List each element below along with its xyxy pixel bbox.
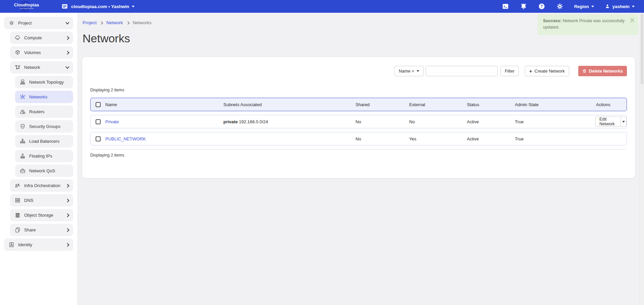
project-icon — [8, 20, 15, 26]
networks-panel: Name = Filter + Create Network Delete Ne… — [82, 57, 635, 178]
router-icon — [19, 108, 26, 115]
user-menu[interactable]: yashwin — [605, 4, 635, 9]
row-checkbox[interactable] — [96, 136, 101, 141]
select-all-checkbox[interactable] — [96, 102, 101, 107]
delete-networks-button[interactable]: Delete Networks — [578, 66, 627, 76]
column-header-external: External — [409, 102, 467, 107]
table-toolbar: Name = Filter + Create Network Delete Ne… — [90, 66, 627, 76]
page-title: Networks — [83, 32, 130, 45]
network-nodes-icon — [14, 64, 21, 71]
sidebar-item-floating-ips[interactable]: Floating IPs — [15, 150, 73, 162]
sidebar-item-dns[interactable]: DNS — [10, 194, 73, 207]
chevron-right-icon — [65, 51, 69, 54]
sidebar-item-label: DNS — [24, 198, 33, 203]
chevron-down-icon — [591, 6, 594, 7]
help-icon[interactable]: ? — [538, 3, 545, 10]
network-link-public[interactable]: PUBLIC_NETWORK — [105, 136, 146, 141]
sidebar-item-share[interactable]: Share — [10, 224, 73, 236]
edit-network-button[interactable]: Edit Network — [596, 117, 621, 126]
sidebar-item-security-groups[interactable]: Security Groups — [15, 120, 73, 133]
sidebar-item-network-qos[interactable]: Network QoS — [15, 165, 73, 177]
sidebar-item-network-topology[interactable]: Network Topology — [15, 76, 73, 88]
sidebar-item-label: Object Storage — [24, 213, 53, 218]
sidebar-item-infra-orchestration[interactable]: Infra Orchestration — [10, 179, 73, 192]
filter-field-label: Name = — [399, 69, 414, 74]
sidebar-item-label: Compute — [24, 35, 42, 40]
column-header-shared: Shared — [356, 102, 409, 107]
sidebar-item-compute[interactable]: Compute — [10, 32, 73, 44]
region-selector[interactable]: Region — [574, 4, 594, 9]
table-row: PUBLIC_NETWORK No Yes Active True — [90, 132, 627, 145]
success-toast: Success: Network Private was successfull… — [538, 14, 638, 35]
sidebar-item-label: Network Topology — [29, 80, 64, 85]
chevron-right-icon — [65, 199, 69, 202]
cell-external: No — [409, 119, 467, 124]
network-topology-icon — [19, 79, 26, 85]
table-footer-divider — [90, 149, 627, 149]
sidebar-item-identity[interactable]: Identity — [4, 238, 73, 251]
settings-gear-icon[interactable] — [556, 3, 564, 10]
create-network-button[interactable]: + Create Network — [525, 66, 569, 76]
row-actions: Edit Network — [595, 117, 627, 127]
filter-button-label: Filter — [505, 69, 515, 74]
notifications-bell-icon[interactable] — [520, 3, 527, 10]
chevron-right-icon — [100, 21, 103, 25]
cell-external: Yes — [409, 136, 467, 141]
scrollbar-thumb[interactable] — [641, 14, 643, 84]
network-qos-icon — [19, 168, 26, 174]
user-icon — [605, 4, 610, 9]
dns-icon — [14, 197, 21, 204]
chevron-down-icon — [132, 6, 135, 7]
trash-icon — [582, 69, 587, 73]
cloudtopiaa-logo[interactable]: Cloudtopiaa Your Cloud Partner — [8, 3, 45, 9]
filter-input[interactable] — [426, 66, 498, 76]
row-checkbox[interactable] — [96, 119, 101, 124]
logo-tagline: Your Cloud Partner — [8, 8, 45, 10]
cell-admin-state: True — [515, 119, 595, 124]
sidebar-item-network[interactable]: Network — [10, 61, 73, 74]
subnet-cidr: 192.168.0.0/24 — [239, 119, 268, 124]
chevron-down-icon — [65, 65, 69, 69]
breadcrumb-network[interactable]: Network — [106, 20, 123, 25]
sidebar-item-label: Network QoS — [29, 168, 55, 173]
sidebar-item-label: Network — [24, 65, 40, 70]
column-header-status: Status — [467, 102, 515, 107]
identity-icon — [8, 242, 15, 248]
filter-button[interactable]: Filter — [500, 66, 519, 76]
actions-dropdown-toggle[interactable] — [621, 117, 626, 126]
security-groups-icon — [19, 123, 26, 130]
cell-status: Active — [467, 136, 515, 141]
filter-field-dropdown[interactable]: Name = — [394, 66, 424, 76]
breadcrumb-networks: Networks — [133, 20, 152, 25]
sidebar-item-object-storage[interactable]: Object Storage — [10, 209, 73, 221]
cell-status: Active — [467, 119, 515, 124]
sidebar-item-label: Floating IPs — [29, 154, 52, 159]
breadcrumb: Project Network Networks — [83, 20, 152, 25]
sidebar-item-networks[interactable]: Networks — [15, 91, 73, 103]
sidebar-item-label: Load Balancers — [29, 139, 59, 144]
sidebar-item-load-balancers[interactable]: Load Balancers — [15, 135, 73, 147]
sidebar-item-label: Infra Orchestration — [24, 183, 60, 188]
chevron-right-icon — [65, 228, 69, 232]
sidebar-item-routers[interactable]: Routers — [15, 105, 73, 118]
sidebar-item-label: Security Groups — [29, 124, 60, 129]
network-link-private[interactable]: Private — [105, 119, 119, 124]
cell-admin-state: True — [515, 136, 595, 141]
column-header-admin-state: Admin State — [515, 102, 595, 107]
items-count-bottom: Displaying 2 items — [90, 153, 627, 158]
column-header-subnets: Subnets Associated — [223, 102, 356, 107]
close-icon[interactable] — [630, 17, 635, 23]
vertical-scrollbar[interactable] — [640, 13, 644, 305]
sidebar-item-label: Volumes — [24, 50, 41, 55]
sidebar-item-project[interactable]: Project — [4, 17, 73, 29]
column-header-name: Name — [105, 102, 223, 107]
sidebar-item-volumes[interactable]: Volumes — [10, 46, 73, 59]
breadcrumb-project[interactable]: Project — [83, 20, 97, 25]
floating-ips-icon — [19, 153, 26, 159]
object-storage-icon — [14, 212, 21, 218]
project-context-switcher[interactable]: cloudtopiaa.com • Yashwin — [61, 3, 135, 10]
console-icon[interactable] — [502, 3, 509, 10]
top-navbar: Cloudtopiaa Your Cloud Partner cloudtopi… — [0, 0, 644, 13]
sidebar-item-label: Project — [18, 20, 32, 26]
share-icon — [14, 227, 21, 233]
